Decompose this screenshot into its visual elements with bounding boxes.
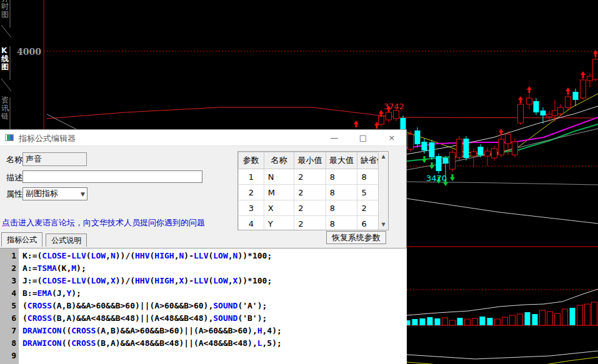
price-label: 4000 — [17, 47, 41, 57]
restore-defaults-button[interactable]: 恢复系统参数 — [326, 231, 386, 244]
line-number: 2 — [0, 262, 19, 275]
table-cell[interactable]: 2 — [294, 200, 326, 216]
code-editor[interactable]: 1K:=(CLOSE-LLV(LOW,N))/(HHV(HIGH,N)-LLV(… — [0, 248, 407, 364]
code-text: A:=TSMA(K,M); — [19, 262, 86, 275]
code-line[interactable]: 4B:=EMA(J,Y); — [0, 287, 407, 300]
minimize-button[interactable]: — — [327, 132, 341, 144]
candle-body — [506, 134, 511, 144]
candle-body — [581, 80, 586, 98]
up-arrow-icon — [581, 71, 586, 75]
code-line[interactable]: 3J:=(CLOSE-LLV(LOW,X))/(HHV(HIGH,X)-LLV(… — [0, 275, 407, 287]
candle-body — [485, 151, 491, 156]
volume-bar — [540, 310, 546, 325]
down-arrow-icon — [424, 156, 426, 159]
chart-line — [407, 289, 598, 315]
name-field[interactable]: 声音 — [22, 152, 87, 166]
candle-body — [478, 147, 484, 155]
code-text: (CROSS(A,B)&&A>60&&B>60)||(A>60&&B>60),S… — [19, 300, 267, 312]
table-header: 最大值 — [326, 152, 357, 169]
line-number: 5 — [0, 300, 19, 312]
up-arrow-icon — [582, 75, 584, 78]
table-cell[interactable]: 8 — [326, 200, 357, 216]
table-cell[interactable]: 2 — [294, 185, 326, 200]
sidebar-tab-news[interactable]: 资讯链 — [1, 96, 11, 121]
up-arrow-icon — [376, 125, 378, 129]
candle-body — [499, 139, 504, 155]
attribute-dropdown[interactable]: 副图指标 ▼ — [22, 187, 87, 200]
candle-body — [547, 114, 552, 117]
candle-body — [429, 142, 435, 157]
volume-bar — [412, 319, 418, 325]
candle-body — [593, 59, 598, 79]
table-cell[interactable]: 1 — [239, 169, 264, 185]
name-label: 名称 — [6, 154, 22, 165]
table-cell[interactable]: 2 — [294, 169, 326, 185]
table-cell[interactable]: N — [264, 169, 294, 185]
table-cell[interactable]: 8 — [326, 185, 357, 200]
down-arrow-icon — [422, 159, 427, 163]
attribute-value: 副图指标 — [26, 189, 58, 198]
code-line[interactable]: 1K:=(CLOSE-LLV(LOW,N))/(HHV(HIGH,N)-LLV(… — [0, 250, 407, 262]
description-input[interactable] — [22, 170, 202, 183]
up-arrow-icon — [501, 132, 502, 135]
table-cell[interactable]: M — [264, 185, 294, 200]
forum-link[interactable]: 点击进入麦语言论坛，向文华技术人员提问你遇到的问题 — [2, 217, 205, 229]
candle-body — [379, 116, 384, 124]
indicator-formula-editor-dialog: 指标公式编辑器 — □ × 名称 声音 描述 属性 副图指标 ▼ 参数名称最小值… — [0, 129, 407, 364]
scroll-down-icon[interactable]: ▼ — [379, 220, 388, 230]
description-label: 描述 — [6, 172, 22, 184]
table-cell[interactable]: 3 — [239, 200, 264, 216]
volume-bar — [510, 315, 516, 325]
table-cell[interactable]: 2 — [239, 185, 264, 200]
candle-body — [408, 134, 414, 149]
table-cell[interactable]: X — [264, 200, 294, 216]
up-arrow-icon — [381, 114, 382, 117]
code-line[interactable]: 7DRAWICON((CROSS(A,B)&&A>60&&B>60)||(A>6… — [0, 325, 407, 337]
candle-body — [443, 158, 449, 164]
price-label: 3742 — [384, 102, 404, 111]
code-line[interactable]: 2A:=TSMA(K,M); — [0, 262, 407, 275]
volume-bar — [472, 318, 478, 325]
dialog-titlebar[interactable]: 指标公式编辑器 — □ × — [0, 130, 406, 146]
candle-body — [534, 101, 539, 112]
volume-bar — [487, 318, 493, 325]
table-cell[interactable]: 2 — [294, 216, 326, 231]
table-cell[interactable]: 8 — [326, 169, 357, 185]
code-line[interactable]: 6(CROSS(B,A)&&A<48&&B<48)||(A<48&&B<48),… — [0, 312, 407, 325]
maximize-button[interactable]: □ — [356, 132, 370, 144]
down-arrow-icon — [431, 162, 433, 165]
close-button[interactable]: × — [385, 132, 399, 144]
candle-body — [541, 111, 546, 116]
code-line[interactable]: 8DRAWICON((CROSS(B,A)&&A<48&&B<48)||(A<4… — [0, 337, 407, 350]
chart-line — [1, 79, 11, 91]
code-text: DRAWICON((CROSS(B,A)&&A<48&&B<48)||(A<48… — [19, 337, 282, 350]
volume-bar — [562, 309, 568, 325]
volume-bar — [525, 312, 531, 325]
sidebar-tab-time-chart[interactable]: 分时图 — [1, 0, 11, 19]
code-line[interactable]: 5(CROSS(A,B)&&A>60&&B>60)||(A>60&&B>60),… — [0, 300, 407, 312]
candle-body — [464, 139, 469, 158]
table-cell[interactable]: Y — [264, 216, 294, 231]
code-text: K:=(CLOSE-LLV(LOW,N))/(HHV(HIGH,N)-LLV(L… — [19, 250, 272, 262]
candle-body — [512, 142, 518, 155]
table-cell[interactable]: 8 — [326, 216, 357, 231]
table-scrollbar[interactable]: ▲ ▼ — [378, 152, 388, 230]
table-header-row: 参数名称最小值最大值缺省值 — [239, 152, 388, 169]
volume-bar — [480, 317, 486, 325]
candle-body — [415, 130, 421, 144]
code-line[interactable]: 9 — [0, 350, 407, 362]
chart-line — [47, 107, 598, 119]
volume-bar — [585, 304, 591, 325]
line-number: 6 — [0, 312, 19, 325]
up-arrow-icon — [499, 129, 504, 132]
tab-description[interactable]: 公式说明 — [46, 234, 87, 247]
up-arrow-icon — [518, 96, 523, 100]
line-number: 3 — [0, 275, 19, 287]
table-cell[interactable]: 4 — [239, 216, 264, 231]
up-arrow-icon — [566, 87, 571, 91]
candle-body — [436, 156, 442, 171]
sidebar-tab-kline-chart[interactable]: K线图 — [1, 47, 11, 71]
scroll-up-icon[interactable]: ▲ — [379, 152, 388, 162]
tab-formula[interactable]: 指标公式 — [1, 232, 42, 247]
candle-body — [587, 76, 593, 81]
